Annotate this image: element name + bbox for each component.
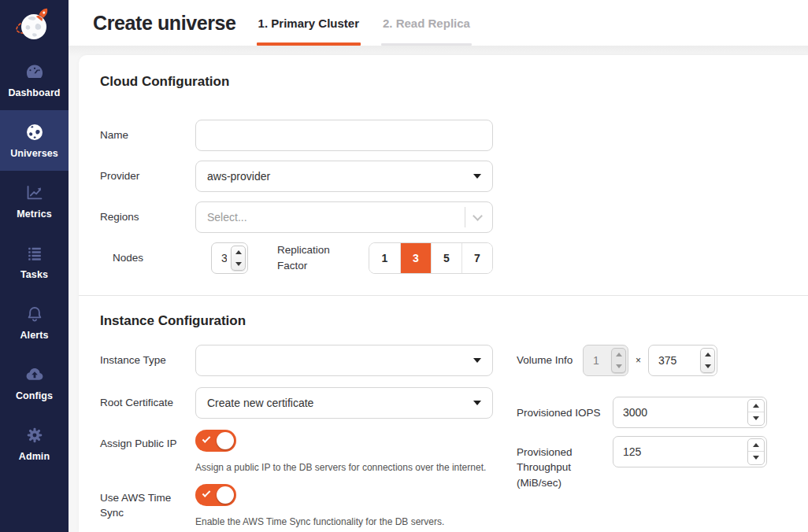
regions-label: Regions <box>100 209 195 225</box>
aws-time-sync-label: Use AWS Time Sync <box>100 484 195 521</box>
tab-primary-cluster[interactable]: 1. Primary Cluster <box>257 0 361 46</box>
stepper-down-icon[interactable] <box>753 456 759 460</box>
aws-time-sync-toggle[interactable] <box>195 484 236 506</box>
provider-row: Provider aws-provider <box>100 161 493 192</box>
stepper-up-icon[interactable] <box>705 353 711 357</box>
sidebar-item-label: Admin <box>19 451 50 462</box>
sidebar-item-tasks[interactable]: Tasks <box>0 231 69 292</box>
sidebar-nav: Dashboard Universes <box>0 50 69 474</box>
section-divider <box>79 295 808 296</box>
sidebar-item-alerts[interactable]: Alerts <box>0 292 69 353</box>
root-certificate-value: Create new certificate <box>207 397 313 409</box>
sidebar-item-configs[interactable]: Configs <box>0 353 69 413</box>
provisioned-iops-row: Provisioned IOPS <box>517 397 776 428</box>
replication-factor-group: 1 3 5 7 <box>369 242 493 274</box>
stepper-arrows[interactable] <box>747 399 765 426</box>
universes-globe-icon <box>24 122 45 142</box>
provisioned-iops-label: Provisioned IOPS <box>517 397 613 421</box>
page-title: Create universe <box>93 12 236 35</box>
volume-info-label: Volume Info <box>517 354 583 366</box>
stepper-down-icon[interactable] <box>753 416 759 420</box>
sidebar-item-label: Dashboard <box>8 87 60 98</box>
sidebar-item-dashboard[interactable]: Dashboard <box>0 50 69 110</box>
cloud-configuration-heading: Cloud Configuration <box>100 74 776 90</box>
assign-public-ip-help: Assign a public IP to the DB servers for… <box>195 462 493 473</box>
name-row: Name <box>100 120 493 151</box>
stepper-up-icon <box>616 353 622 357</box>
provisioned-throughput-input[interactable] <box>613 436 767 467</box>
provisioned-iops-input[interactable] <box>613 397 767 428</box>
stepper-arrows[interactable] <box>700 348 715 373</box>
yugabyte-logo[interactable] <box>0 0 69 50</box>
volume-size-stepper <box>648 345 717 376</box>
regions-row: Regions Select... <box>100 201 493 233</box>
root-certificate-dropdown[interactable]: Create new certificate <box>195 387 493 419</box>
stepper-down-icon[interactable] <box>235 262 242 266</box>
provisioned-iops-stepper <box>613 397 767 428</box>
stepper-down-icon <box>616 364 622 368</box>
toggle-knob <box>217 486 234 504</box>
stepper-arrows <box>611 348 626 373</box>
sidebar-item-universes[interactable]: Universes <box>0 110 69 171</box>
stepper-up-icon[interactable] <box>235 250 242 254</box>
tasks-list-icon <box>24 243 45 264</box>
nodes-row: Nodes Replication Factor 1 3 <box>100 242 493 275</box>
name-label: Name <box>100 127 195 143</box>
assign-public-ip-label: Assign Public IP <box>100 430 195 452</box>
sidebar-item-label: Tasks <box>20 269 48 280</box>
stepper-up-icon[interactable] <box>753 443 759 447</box>
form-card: Cloud Configuration Name Provider aws-pr… <box>79 55 808 532</box>
tab-read-replica[interactable]: 2. Read Replica <box>381 0 472 46</box>
app-window: Dashboard Universes <box>0 0 808 532</box>
rocket-planet-logo-icon <box>14 5 55 46</box>
tab-label: 2. Read Replica <box>383 17 470 30</box>
instance-type-dropdown[interactable] <box>195 345 493 376</box>
sidebar-item-label: Metrics <box>17 209 51 220</box>
nodes-stepper <box>211 242 248 274</box>
instance-type-row: Instance Type <box>100 345 493 376</box>
instance-configuration-section: Instance Configuration Instance Type <box>100 313 776 532</box>
cloud-configuration-section: Cloud Configuration Name Provider aws-pr… <box>100 74 776 275</box>
provisioned-throughput-row: Provisioned Throughput (MiB/sec) <box>517 436 776 491</box>
check-icon <box>202 434 211 443</box>
instance-config-right-column: Volume Info × <box>517 345 776 499</box>
root-certificate-row: Root Certificate Create new certificate <box>100 387 493 419</box>
name-input[interactable] <box>195 120 493 151</box>
stepper-up-icon[interactable] <box>753 404 759 408</box>
replication-factor-label: Replication Factor <box>277 242 353 275</box>
sidebar-item-label: Configs <box>16 390 53 401</box>
chevron-down-icon <box>473 211 483 221</box>
stepper-arrows[interactable] <box>231 246 246 271</box>
stepper-arrows[interactable] <box>747 438 765 465</box>
instance-configuration-heading: Instance Configuration <box>100 313 776 329</box>
content-area: Cloud Configuration Name Provider aws-pr… <box>69 46 808 532</box>
assign-public-ip-toggle[interactable] <box>195 430 236 452</box>
replication-factor-option-1[interactable]: 1 <box>369 243 400 273</box>
metrics-chart-icon <box>24 183 45 203</box>
sidebar-item-label: Universes <box>10 148 58 159</box>
sidebar-item-admin[interactable]: Admin <box>0 413 69 474</box>
volume-info-row: Volume Info × <box>517 345 776 376</box>
dashboard-gauge-icon <box>24 61 45 82</box>
provider-value: aws-provider <box>207 170 270 183</box>
replication-factor-option-7[interactable]: 7 <box>461 243 492 273</box>
aws-time-sync-help: Enable the AWS Time Sync functionality f… <box>195 516 493 527</box>
page-header: Create universe 1. Primary Cluster 2. Re… <box>69 0 808 46</box>
assign-public-ip-row: Assign Public IP Assign a public IP to t… <box>100 430 493 473</box>
provider-label: Provider <box>100 168 195 184</box>
toggle-knob <box>217 432 234 449</box>
select-separator <box>465 207 465 227</box>
multiply-sign: × <box>636 355 641 366</box>
sidebar-item-label: Alerts <box>20 330 48 341</box>
regions-placeholder: Select... <box>207 211 247 224</box>
sidebar-item-metrics[interactable]: Metrics <box>0 171 69 231</box>
stepper-down-icon[interactable] <box>705 364 711 368</box>
provider-dropdown[interactable]: aws-provider <box>195 161 493 192</box>
admin-gear-icon <box>24 425 45 445</box>
regions-multiselect[interactable]: Select... <box>195 201 493 233</box>
replication-factor-option-5[interactable]: 5 <box>431 243 461 273</box>
instance-type-label: Instance Type <box>100 353 195 368</box>
configs-cloud-icon <box>24 364 45 385</box>
aws-time-sync-row: Use AWS Time Sync Enable the AWS Time Sy… <box>100 484 493 527</box>
replication-factor-option-3[interactable]: 3 <box>400 243 431 273</box>
